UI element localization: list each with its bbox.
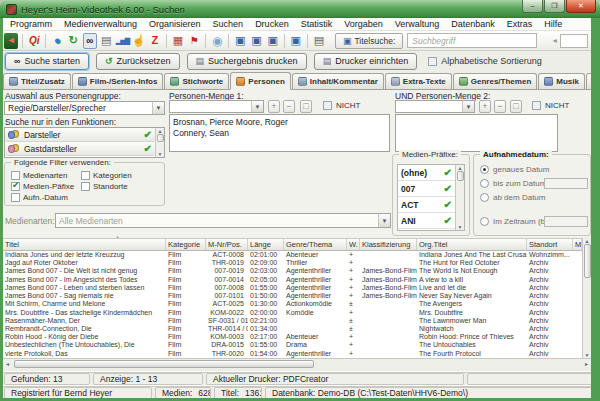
table-row[interactable]: James Bond 007 - Sag niemals nieFilm007-… [3, 292, 582, 300]
column-header-kategorie[interactable]: Kategorie [166, 239, 206, 250]
zeitraum-input[interactable] [544, 216, 588, 227]
menu-hilfe[interactable]: Hilfe [538, 18, 568, 30]
table-row[interactable]: Rasenmäher-Mann, DerFilmSF-0031 / 0102:2… [3, 317, 582, 325]
nicht1-option[interactable]: NICHT [323, 101, 360, 110]
drucker-einrichten-button[interactable]: ▤ Drucker einrichten [314, 53, 418, 70]
suche-starten-button[interactable]: ∞ Suche starten [5, 53, 89, 70]
add-person2-button[interactable]: + [479, 100, 491, 113]
ab-dem-datum-option[interactable]: ab dem Datum [480, 193, 545, 202]
column-header-w[interactable]: W. [347, 239, 360, 250]
tab-personen[interactable]: Personen [230, 72, 290, 90]
genaues-datum-option[interactable]: genaues Datum [480, 165, 549, 174]
funktionen-scrollbar[interactable]: ▲▼ [155, 128, 164, 157]
disk-edit-icon[interactable]: ▣ [266, 33, 280, 49]
column-header-genre[interactable]: Genre/Thema [284, 239, 347, 250]
search-icon[interactable]: ∞ [83, 33, 98, 49]
bis-zum-datum-option[interactable]: bis zum Datum [480, 179, 546, 188]
tab-film-serien-infos[interactable]: Film-/Serien-Infos [72, 73, 164, 89]
column-header-klassifizierung[interactable]: Klassifizierung [360, 239, 417, 250]
title-bar[interactable]: Heyer's Heim-Videothek 6.00 - Suchen – ❐… [0, 0, 600, 18]
im-zeitraum-radio[interactable] [480, 217, 489, 226]
funktion-darsteller-row[interactable]: Darsteller ✔ [5, 128, 155, 142]
disk-database-icon[interactable]: ▣ [249, 33, 263, 49]
menu-datenbank[interactable]: Datenbank [445, 18, 501, 30]
tab-inhalt-kommentar[interactable]: Inhalt/Kommentar [292, 73, 384, 89]
table-row[interactable]: Indiana Jones und der letzte KreuzzugFil… [3, 251, 582, 259]
column-header-mart[interactable]: M-Art [573, 239, 582, 250]
table-row[interactable]: Robin Hood - König der DiebeFilmKOM-0003… [3, 333, 582, 341]
remove-person-button[interactable]: − [283, 100, 295, 113]
table-row[interactable]: Mrs. Doubtfire - Das stachelige Kindermä… [3, 309, 582, 317]
update-icon[interactable]: ↻ [66, 33, 80, 49]
search-input[interactable] [407, 33, 537, 48]
clear-set1-button[interactable]: □ [300, 100, 312, 113]
praefix-row[interactable]: (ohne)✔ [398, 165, 455, 181]
scrollbar-thumb[interactable] [584, 244, 591, 278]
menu-medienverwaltung[interactable]: Medienverwaltung [58, 18, 143, 30]
filter-aufn-datum[interactable]: Aufn.-Datum [11, 192, 81, 203]
menu-suchen[interactable]: Suchen [207, 18, 250, 30]
edit-list-icon[interactable]: Z [148, 33, 162, 49]
menu-extras[interactable]: Extras [501, 18, 539, 30]
table-hscrollbar[interactable]: ◄ ► [3, 358, 591, 368]
filter-medienarten[interactable]: Medienarten [11, 170, 81, 181]
table-vscrollbar[interactable]: ▲ ▼ [582, 238, 591, 358]
table-row[interactable]: Rembrandt-Connection, DieFilmTHR-0014 / … [3, 325, 582, 333]
pager-left-icon[interactable]: ◄ [551, 37, 558, 44]
exit-icon[interactable]: ◄ [4, 33, 18, 49]
flag-icon[interactable]: ⚑ [187, 33, 201, 49]
bis-zum-datum-radio[interactable] [480, 179, 489, 188]
chevron-down-icon[interactable]: ▼ [251, 101, 263, 112]
tab-musik[interactable]: Musik [538, 73, 585, 89]
bis-datum-input[interactable] [544, 178, 588, 189]
praefix-row[interactable]: ACT✔ [398, 197, 455, 213]
cd-icon[interactable]: ◉ [210, 33, 224, 49]
praefix-row[interactable]: ANI✔ [398, 213, 455, 229]
add-person-button[interactable]: + [268, 100, 280, 113]
statistics-icon[interactable]: ▂▅▇ [115, 33, 129, 49]
nicht2-checkbox[interactable] [532, 101, 541, 110]
aufn-datum-checkbox[interactable] [11, 193, 20, 202]
table-row[interactable]: James Bond 007 - Im Angesicht des TodesF… [3, 276, 582, 284]
column-header-standort[interactable]: Standort [527, 239, 573, 250]
menu-statistik[interactable]: Statistik [295, 18, 339, 30]
scroll-down-icon[interactable]: ▼ [458, 224, 463, 230]
suchergebnis-drucken-button[interactable]: ▤ Suchergebnis drucken [187, 53, 307, 70]
disk-save-icon[interactable]: ▣ [289, 33, 303, 49]
medienarten-combobox[interactable]: Alle Medienarten ▼ [55, 213, 391, 228]
disk-export-icon[interactable]: ▣ [233, 33, 247, 49]
nicht1-checkbox[interactable] [323, 101, 332, 110]
personen-menge1-combobox[interactable]: ▼ [169, 100, 264, 113]
ab-dem-datum-radio[interactable] [480, 193, 489, 202]
menu-programm[interactable]: Programm [4, 18, 58, 30]
menu-vorgaben[interactable]: Vorgaben [338, 18, 389, 30]
praefixe-scrollbar[interactable]: ▲▼ [455, 165, 464, 230]
table-row[interactable]: James Bond 007 - Die Welt ist nicht genu… [3, 267, 582, 275]
maximize-button[interactable]: ❐ [544, 0, 565, 13]
print-icon[interactable]: ▤ [99, 33, 113, 49]
menu-verwaltung[interactable]: Verwaltung [389, 18, 446, 30]
loan-icon[interactable]: ☝ [132, 33, 146, 49]
personen-menge1-textarea[interactable]: Brosnan, Pierce Moore, Roger Connery, Se… [169, 114, 390, 152]
scroll-right-icon[interactable]: ► [584, 361, 591, 367]
alphabetische-sortierung-checkbox[interactable] [428, 57, 437, 66]
medienarten-checkbox[interactable] [11, 171, 20, 180]
table-row[interactable]: Unbestechlichen (The Untouchables), DieF… [3, 341, 582, 349]
qi-logo-icon[interactable]: Qi [27, 33, 41, 49]
scrollbar-thumb[interactable] [14, 360, 314, 368]
filter-medien-praefixe[interactable]: Medien-Päfixe [11, 181, 81, 192]
personen-menge2-textarea[interactable] [395, 114, 558, 152]
tab-stichworte[interactable]: Stichworte [164, 73, 229, 89]
column-header-laenge[interactable]: Länge [248, 239, 284, 250]
scroll-left-icon[interactable]: ◄ [3, 361, 10, 367]
chevron-down-icon[interactable]: ▼ [462, 101, 474, 112]
chevron-down-icon[interactable]: ▼ [152, 102, 164, 114]
tab-genres-themen[interactable]: Genres/Themen [453, 73, 537, 89]
print-preview-icon[interactable]: ▤ [312, 33, 326, 49]
chevron-down-icon[interactable]: ▼ [378, 214, 390, 227]
tab-extra-texte[interactable]: Extra-Texte [385, 73, 452, 89]
praefix-row[interactable]: 007✔ [398, 181, 455, 197]
column-header-mnr[interactable]: M-Nr/Pos. [206, 239, 248, 250]
kategorien-checkbox[interactable] [81, 171, 90, 180]
table-row[interactable]: James Bond 007 - Leben und sterben lasse… [3, 284, 582, 292]
